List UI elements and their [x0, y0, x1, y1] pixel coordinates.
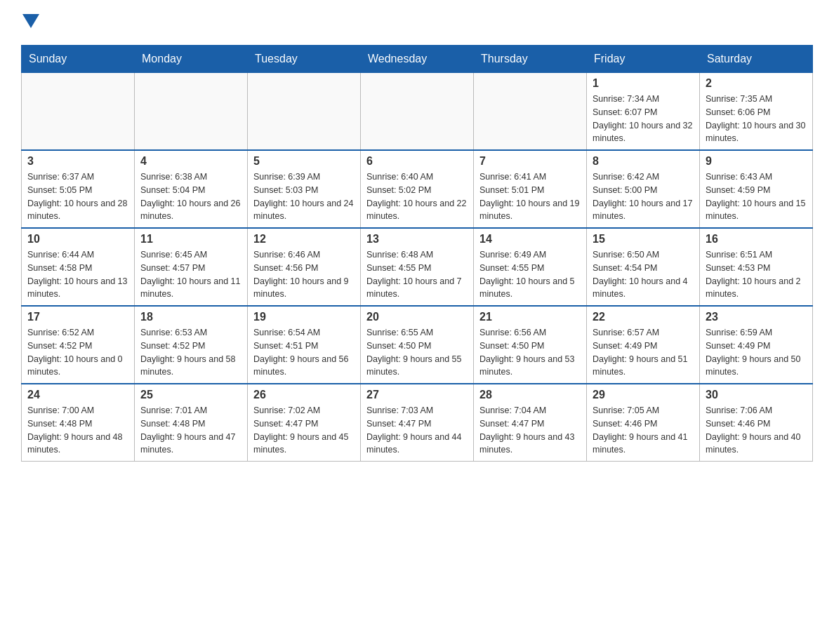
day-cell: 26Sunrise: 7:02 AMSunset: 4:47 PMDayligh…	[248, 384, 361, 462]
day-cell: 18Sunrise: 6:53 AMSunset: 4:52 PMDayligh…	[135, 306, 248, 384]
day-number: 4	[140, 155, 241, 168]
day-info: Sunrise: 6:49 AMSunset: 4:55 PMDaylight:…	[479, 248, 581, 301]
day-info: Sunrise: 7:02 AMSunset: 4:47 PMDaylight:…	[253, 404, 355, 457]
day-cell	[361, 73, 474, 151]
day-cell: 20Sunrise: 6:55 AMSunset: 4:50 PMDayligh…	[361, 306, 474, 384]
day-number: 6	[366, 155, 468, 168]
day-number: 21	[479, 311, 581, 323]
day-number: 20	[366, 311, 468, 323]
day-cell: 21Sunrise: 6:56 AMSunset: 4:50 PMDayligh…	[474, 306, 587, 384]
day-cell: 2Sunrise: 7:35 AMSunset: 6:06 PMDaylight…	[700, 73, 813, 151]
day-info: Sunrise: 6:41 AMSunset: 5:01 PMDaylight:…	[479, 170, 581, 223]
day-info: Sunrise: 6:37 AMSunset: 5:05 PMDaylight:…	[27, 170, 128, 223]
day-number: 30	[706, 389, 807, 401]
day-cell: 17Sunrise: 6:52 AMSunset: 4:52 PMDayligh…	[22, 306, 135, 384]
day-cell: 23Sunrise: 6:59 AMSunset: 4:49 PMDayligh…	[700, 306, 813, 384]
page-header	[21, 14, 813, 31]
day-info: Sunrise: 6:38 AMSunset: 5:04 PMDaylight:…	[140, 170, 241, 223]
day-cell: 24Sunrise: 7:00 AMSunset: 4:48 PMDayligh…	[22, 384, 135, 462]
weekday-header-row: SundayMondayTuesdayWednesdayThursdayFrid…	[22, 46, 813, 73]
day-cell: 22Sunrise: 6:57 AMSunset: 4:49 PMDayligh…	[587, 306, 700, 384]
day-cell: 4Sunrise: 6:38 AMSunset: 5:04 PMDaylight…	[135, 150, 248, 228]
day-number: 11	[140, 233, 241, 246]
weekday-header-saturday: Saturday	[700, 46, 813, 73]
day-cell: 25Sunrise: 7:01 AMSunset: 4:48 PMDayligh…	[135, 384, 248, 462]
day-cell: 16Sunrise: 6:51 AMSunset: 4:53 PMDayligh…	[700, 228, 813, 306]
day-number: 17	[27, 311, 128, 323]
day-number: 24	[27, 389, 128, 401]
day-info: Sunrise: 7:03 AMSunset: 4:47 PMDaylight:…	[366, 404, 468, 457]
day-info: Sunrise: 6:39 AMSunset: 5:03 PMDaylight:…	[253, 170, 355, 223]
day-number: 5	[253, 155, 355, 168]
day-number: 2	[706, 77, 807, 90]
day-number: 9	[706, 155, 807, 168]
day-info: Sunrise: 7:00 AMSunset: 4:48 PMDaylight:…	[27, 404, 128, 457]
weekday-header-tuesday: Tuesday	[248, 46, 361, 73]
day-info: Sunrise: 6:59 AMSunset: 4:49 PMDaylight:…	[706, 326, 807, 379]
day-cell: 14Sunrise: 6:49 AMSunset: 4:55 PMDayligh…	[474, 228, 587, 306]
day-info: Sunrise: 7:01 AMSunset: 4:48 PMDaylight:…	[140, 404, 241, 457]
day-number: 12	[253, 233, 355, 246]
day-cell: 9Sunrise: 6:43 AMSunset: 4:59 PMDaylight…	[700, 150, 813, 228]
day-info: Sunrise: 6:55 AMSunset: 4:50 PMDaylight:…	[366, 326, 468, 379]
day-cell: 30Sunrise: 7:06 AMSunset: 4:46 PMDayligh…	[700, 384, 813, 462]
day-cell	[474, 73, 587, 151]
day-number: 10	[27, 233, 128, 246]
day-cell: 10Sunrise: 6:44 AMSunset: 4:58 PMDayligh…	[22, 228, 135, 306]
day-number: 13	[366, 233, 468, 246]
logo-triangle-icon	[22, 14, 39, 28]
day-info: Sunrise: 6:46 AMSunset: 4:56 PMDaylight:…	[253, 248, 355, 301]
day-cell: 27Sunrise: 7:03 AMSunset: 4:47 PMDayligh…	[361, 384, 474, 462]
day-number: 14	[479, 233, 581, 246]
day-cell	[248, 73, 361, 151]
day-number: 23	[706, 311, 807, 323]
day-number: 25	[140, 389, 241, 401]
week-row-1: 1Sunrise: 7:34 AMSunset: 6:07 PMDaylight…	[22, 73, 813, 151]
day-info: Sunrise: 6:50 AMSunset: 4:54 PMDaylight:…	[593, 248, 694, 301]
day-cell: 5Sunrise: 6:39 AMSunset: 5:03 PMDaylight…	[248, 150, 361, 228]
weekday-header-sunday: Sunday	[22, 46, 135, 73]
day-cell: 7Sunrise: 6:41 AMSunset: 5:01 PMDaylight…	[474, 150, 587, 228]
day-info: Sunrise: 6:43 AMSunset: 4:59 PMDaylight:…	[706, 170, 807, 223]
day-number: 7	[479, 155, 581, 168]
day-cell	[135, 73, 248, 151]
day-number: 26	[253, 389, 355, 401]
day-number: 28	[479, 389, 581, 401]
day-cell: 8Sunrise: 6:42 AMSunset: 5:00 PMDaylight…	[587, 150, 700, 228]
calendar-table: SundayMondayTuesdayWednesdayThursdayFrid…	[21, 45, 813, 462]
day-number: 1	[593, 77, 694, 90]
day-number: 27	[366, 389, 468, 401]
day-number: 18	[140, 311, 241, 323]
day-cell: 1Sunrise: 7:34 AMSunset: 6:07 PMDaylight…	[587, 73, 700, 151]
day-info: Sunrise: 6:52 AMSunset: 4:52 PMDaylight:…	[27, 326, 128, 379]
day-info: Sunrise: 6:40 AMSunset: 5:02 PMDaylight:…	[366, 170, 468, 223]
day-info: Sunrise: 6:48 AMSunset: 4:55 PMDaylight:…	[366, 248, 468, 301]
week-row-3: 10Sunrise: 6:44 AMSunset: 4:58 PMDayligh…	[22, 228, 813, 306]
weekday-header-monday: Monday	[135, 46, 248, 73]
day-info: Sunrise: 6:54 AMSunset: 4:51 PMDaylight:…	[253, 326, 355, 379]
day-cell: 29Sunrise: 7:05 AMSunset: 4:46 PMDayligh…	[587, 384, 700, 462]
day-info: Sunrise: 7:34 AMSunset: 6:07 PMDaylight:…	[593, 93, 694, 145]
week-row-4: 17Sunrise: 6:52 AMSunset: 4:52 PMDayligh…	[22, 306, 813, 384]
day-cell: 3Sunrise: 6:37 AMSunset: 5:05 PMDaylight…	[22, 150, 135, 228]
day-info: Sunrise: 7:05 AMSunset: 4:46 PMDaylight:…	[593, 404, 694, 457]
day-cell: 12Sunrise: 6:46 AMSunset: 4:56 PMDayligh…	[248, 228, 361, 306]
day-info: Sunrise: 6:56 AMSunset: 4:50 PMDaylight:…	[479, 326, 581, 379]
week-row-5: 24Sunrise: 7:00 AMSunset: 4:48 PMDayligh…	[22, 384, 813, 462]
day-info: Sunrise: 6:51 AMSunset: 4:53 PMDaylight:…	[706, 248, 807, 301]
day-info: Sunrise: 6:57 AMSunset: 4:49 PMDaylight:…	[593, 326, 694, 379]
day-info: Sunrise: 7:35 AMSunset: 6:06 PMDaylight:…	[706, 93, 807, 145]
day-cell: 11Sunrise: 6:45 AMSunset: 4:57 PMDayligh…	[135, 228, 248, 306]
day-number: 19	[253, 311, 355, 323]
day-number: 3	[27, 155, 128, 168]
day-cell: 15Sunrise: 6:50 AMSunset: 4:54 PMDayligh…	[587, 228, 700, 306]
week-row-2: 3Sunrise: 6:37 AMSunset: 5:05 PMDaylight…	[22, 150, 813, 228]
day-info: Sunrise: 7:04 AMSunset: 4:47 PMDaylight:…	[479, 404, 581, 457]
day-number: 22	[593, 311, 694, 323]
day-cell: 13Sunrise: 6:48 AMSunset: 4:55 PMDayligh…	[361, 228, 474, 306]
day-cell	[22, 73, 135, 151]
day-number: 8	[593, 155, 694, 168]
day-info: Sunrise: 6:42 AMSunset: 5:00 PMDaylight:…	[593, 170, 694, 223]
day-cell: 19Sunrise: 6:54 AMSunset: 4:51 PMDayligh…	[248, 306, 361, 384]
day-info: Sunrise: 6:53 AMSunset: 4:52 PMDaylight:…	[140, 326, 241, 379]
